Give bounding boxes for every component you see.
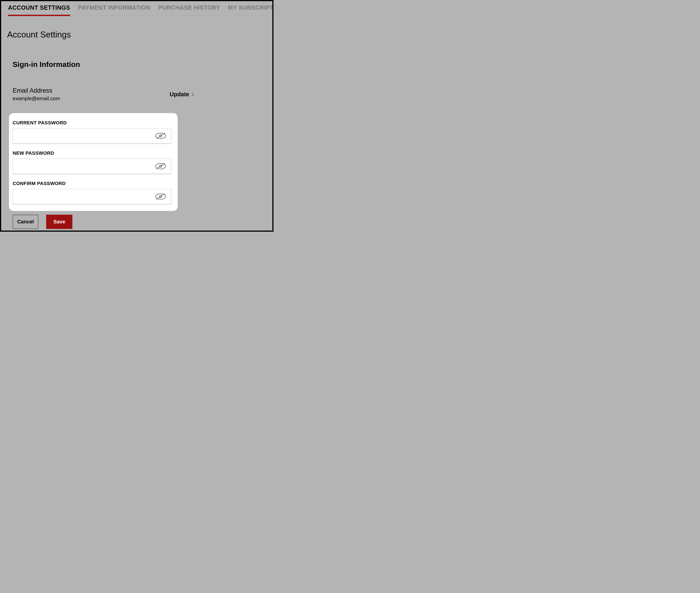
confirm-password-input[interactable] (13, 189, 171, 204)
tab-my-subscriptions[interactable]: MY SUBSCRIPTIONS (228, 4, 274, 16)
new-password-input[interactable] (13, 159, 171, 173)
new-password-label: NEW PASSWORD (13, 150, 174, 156)
tab-purchase-history[interactable]: PURCHASE HISTORY (158, 4, 220, 16)
section-title-signin: Sign-in Information (13, 60, 272, 69)
save-button[interactable]: Save (46, 215, 72, 229)
tab-payment-information[interactable]: PAYMENT INFORMATION (78, 4, 150, 16)
update-email-label: Update (170, 91, 189, 98)
email-row: Email Address example@email.com Update (13, 87, 194, 102)
eye-slash-icon (155, 193, 166, 200)
current-password-input-wrap (13, 128, 171, 144)
eye-slash-icon (155, 162, 166, 170)
chevron-right-icon (192, 92, 194, 97)
new-password-group: NEW PASSWORD (13, 150, 174, 174)
email-block: Email Address example@email.com (13, 87, 60, 102)
new-password-input-wrap (13, 159, 171, 174)
password-panel: CURRENT PASSWORD NEW PASSWORD (9, 113, 178, 211)
current-password-group: CURRENT PASSWORD (13, 120, 174, 144)
cancel-button[interactable]: Cancel (13, 215, 38, 229)
button-row: Cancel Save (13, 215, 272, 229)
toggle-new-password-visibility[interactable] (155, 162, 166, 170)
tab-bar: ACCOUNT SETTINGS PAYMENT INFORMATION PUR… (1, 1, 272, 16)
update-email-link[interactable]: Update (170, 91, 194, 98)
page-title: Account Settings (7, 30, 272, 40)
email-value: example@email.com (13, 95, 60, 102)
confirm-password-label: CONFIRM PASSWORD (13, 181, 174, 186)
email-label: Email Address (13, 87, 60, 94)
current-password-input[interactable] (13, 128, 171, 143)
toggle-confirm-password-visibility[interactable] (155, 193, 166, 200)
confirm-password-group: CONFIRM PASSWORD (13, 181, 174, 204)
current-password-label: CURRENT PASSWORD (13, 120, 174, 125)
eye-slash-icon (155, 132, 166, 140)
toggle-current-password-visibility[interactable] (155, 132, 166, 140)
confirm-password-input-wrap (13, 189, 171, 204)
tab-account-settings[interactable]: ACCOUNT SETTINGS (8, 4, 70, 16)
